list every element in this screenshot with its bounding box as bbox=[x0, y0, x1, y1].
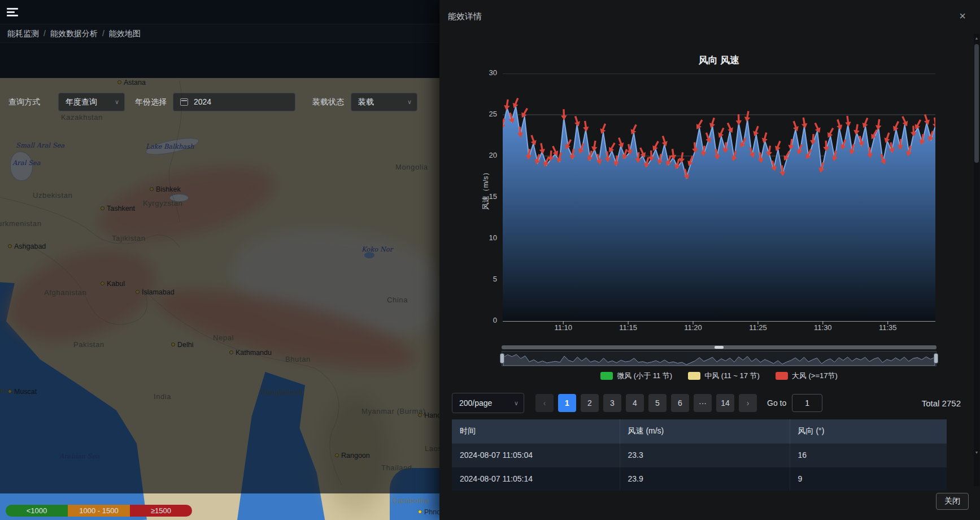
chevron-down-icon: ∨ bbox=[115, 93, 119, 111]
page-button-3[interactable]: 3 bbox=[603, 394, 621, 412]
data-table: 时间风速 (m/s)风向 (°) 2024-08-07 11:05:0423.3… bbox=[452, 419, 947, 491]
datazoom-left-handle[interactable] bbox=[500, 353, 504, 363]
menu-icon[interactable] bbox=[7, 8, 18, 18]
total-count: Total 2752 bbox=[922, 398, 961, 408]
table-cell: 9 bbox=[790, 467, 947, 491]
chevron-down-icon: ∨ bbox=[514, 393, 519, 413]
datazoom-slider[interactable] bbox=[502, 351, 937, 366]
scrollbar-thumb[interactable] bbox=[974, 44, 979, 163]
next-page-button[interactable]: › bbox=[739, 394, 757, 412]
page-button-2[interactable]: 2 bbox=[581, 394, 599, 412]
y-tick-label: 15 bbox=[469, 192, 497, 201]
year-value: 2024 bbox=[194, 97, 211, 106]
chart-legend: 微风 (小于 11 节)中风 (11 ~ 17 节)大风 (>=17节) bbox=[503, 371, 935, 381]
breadcrumb: 能耗监测/能效数据分析/能效地图 bbox=[0, 24, 439, 42]
table-row[interactable]: 2024-08-07 11:05:1423.99 bbox=[452, 467, 947, 491]
legend-label: 大风 (>=17节) bbox=[792, 371, 838, 381]
map-legend-segment: <1000 bbox=[6, 505, 68, 517]
x-tick-label: 11:30 bbox=[806, 323, 840, 332]
page-size-select[interactable]: 200/page ∨ bbox=[452, 393, 524, 413]
x-tick-label: 11:35 bbox=[871, 323, 905, 332]
y-tick-label: 0 bbox=[469, 316, 497, 324]
table-header-cell: 时间 bbox=[452, 419, 620, 443]
year-picker[interactable]: 2024 bbox=[173, 93, 295, 111]
page-button-6[interactable]: 6 bbox=[671, 394, 689, 412]
table-cell: 2024-08-07 11:05:04 bbox=[452, 443, 620, 467]
table-cell: 16 bbox=[790, 443, 947, 467]
y-tick-label: 25 bbox=[469, 110, 497, 118]
scroll-down-icon[interactable]: ▼ bbox=[974, 450, 979, 454]
y-tick-label: 5 bbox=[469, 275, 497, 283]
y-tick-label: 10 bbox=[469, 233, 497, 242]
chevron-down-icon: ∨ bbox=[407, 93, 412, 111]
goto-input[interactable] bbox=[792, 394, 822, 412]
chart-legend-item[interactable]: 中风 (11 ~ 17 节) bbox=[688, 371, 760, 381]
map-country-label: Cambodia bbox=[393, 496, 429, 505]
chart-legend-item[interactable]: 大风 (>=17节) bbox=[776, 371, 838, 381]
x-tick-label: 11:10 bbox=[546, 323, 580, 332]
chart-h-scrollbar[interactable] bbox=[502, 345, 937, 349]
pager: ‹123456···14› bbox=[535, 394, 757, 412]
map-dim-overlay bbox=[0, 78, 439, 493]
table-header-cell: 风速 (m/s) bbox=[620, 419, 790, 443]
breadcrumb-item-energy-monitor[interactable]: 能耗监测 bbox=[7, 29, 39, 38]
query-mode-label: 查询方式 bbox=[8, 93, 40, 111]
map-legend-segment: 1000 - 1500 bbox=[68, 505, 130, 517]
energy-map[interactable]: KazakhstanUzbekistanKyrgyzstanTurkmenist… bbox=[0, 78, 439, 520]
filter-bar: 查询方式 年度查询 ∨ 年份选择 2024 装载状态 装载 ∨ bbox=[0, 42, 439, 78]
legend-label: 微风 (小于 11 节) bbox=[617, 371, 672, 381]
breadcrumb-separator: / bbox=[43, 29, 46, 38]
x-tick-label: 11:25 bbox=[741, 323, 775, 332]
h-scrollbar-thumb[interactable] bbox=[715, 346, 724, 349]
chart-legend-item[interactable]: 微风 (小于 11 节) bbox=[600, 371, 672, 381]
scroll-up-icon[interactable]: ▲ bbox=[974, 36, 979, 40]
y-axis-name: 风速（m/s） bbox=[481, 164, 491, 215]
datazoom-right-handle[interactable] bbox=[934, 353, 938, 363]
table-cell: 23.3 bbox=[620, 443, 790, 467]
query-mode-select[interactable]: 年度查询 ∨ bbox=[58, 93, 125, 111]
y-tick-label: 30 bbox=[469, 68, 497, 77]
detail-panel: 能效详情 × 风向 风速 风速（m/s） 051015202530 11:101… bbox=[439, 0, 980, 520]
map-legend: <10001000 - 1500≥1500 bbox=[6, 505, 192, 517]
breadcrumb-item-energy-map[interactable]: 能效地图 bbox=[109, 29, 141, 38]
close-icon[interactable]: × bbox=[955, 8, 970, 24]
calendar-icon bbox=[180, 98, 188, 106]
legend-chip bbox=[688, 372, 700, 380]
more-pages-button[interactable]: ··· bbox=[694, 394, 712, 412]
page-button-4[interactable]: 4 bbox=[626, 394, 644, 412]
load-status-select[interactable]: 装载 ∨ bbox=[351, 93, 417, 111]
city-dot-icon bbox=[418, 510, 422, 514]
load-status-value: 装载 bbox=[358, 97, 374, 106]
year-label: 年份选择 bbox=[135, 93, 167, 111]
screen: KazakhstanUzbekistanKyrgyzstanTurkmenist… bbox=[0, 0, 980, 520]
table-cell: 23.9 bbox=[620, 467, 790, 491]
page-button-5[interactable]: 5 bbox=[648, 394, 667, 412]
panel-title: 能效详情 bbox=[448, 11, 482, 22]
legend-chip bbox=[776, 372, 788, 380]
city-label: Phnom Penh bbox=[424, 508, 439, 516]
chart-title: 风向 风速 bbox=[503, 54, 935, 67]
table-row[interactable]: 2024-08-07 11:05:0423.316 bbox=[452, 443, 947, 467]
wind-chart[interactable] bbox=[503, 73, 935, 326]
prev-page-button[interactable]: ‹ bbox=[535, 394, 554, 412]
page-button-1[interactable]: 1 bbox=[558, 394, 576, 412]
legend-label: 中风 (11 ~ 17 节) bbox=[704, 371, 760, 381]
query-mode-value: 年度查询 bbox=[66, 97, 97, 106]
pagination: 200/page ∨ ‹123456···14› Go to Total 275… bbox=[452, 392, 961, 414]
legend-chip bbox=[600, 372, 613, 380]
close-button[interactable]: 关闭 bbox=[936, 493, 969, 510]
table-header-cell: 风向 (°) bbox=[790, 419, 947, 443]
x-tick-label: 11:15 bbox=[611, 323, 645, 332]
map-city-marker[interactable]: Phnom Penh bbox=[418, 506, 439, 517]
page-size-value: 200/page bbox=[459, 398, 492, 408]
map-legend-segment: ≥1500 bbox=[130, 505, 192, 517]
load-status-label: 装载状态 bbox=[312, 93, 344, 111]
y-tick-label: 20 bbox=[469, 151, 497, 159]
x-tick-label: 11:20 bbox=[676, 323, 710, 332]
table-cell: 2024-08-07 11:05:14 bbox=[452, 467, 620, 491]
breadcrumb-separator: / bbox=[102, 29, 104, 38]
breadcrumb-item-energy-analysis[interactable]: 能效数据分析 bbox=[50, 29, 98, 38]
panel-scrollbar[interactable]: ▲ ▼ bbox=[974, 34, 979, 486]
goto-label: Go to bbox=[767, 398, 786, 408]
page-button-14[interactable]: 14 bbox=[716, 394, 734, 412]
